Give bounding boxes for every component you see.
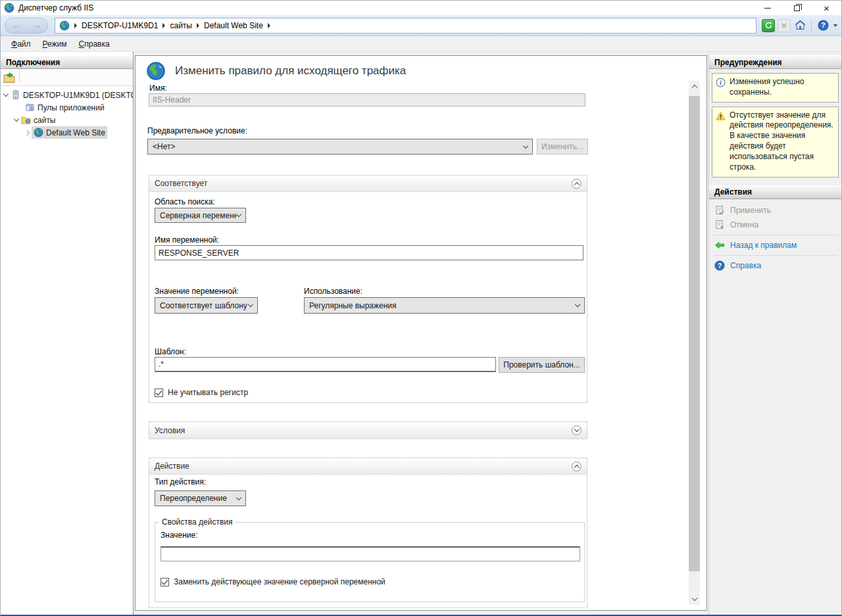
back-to-rules-action[interactable]: Назад к правилам [709, 238, 841, 252]
value-label: Значение: [161, 531, 198, 540]
forward-nav-button[interactable]: → [33, 20, 41, 30]
sites-folder-icon [21, 115, 31, 125]
collapse-section-button[interactable] [572, 179, 582, 189]
vertical-scrollbar[interactable] [689, 81, 700, 605]
action-section: Действие Тип действия: Переопределение С… [149, 458, 587, 608]
help-dropdown-icon[interactable] [833, 24, 837, 27]
selected-tree-item[interactable]: Default Web Site [32, 126, 107, 139]
close-button[interactable]: × [812, 1, 841, 15]
back-nav-button[interactable]: ← [12, 20, 20, 30]
actions-header: Действия [709, 185, 841, 199]
restore-icon [794, 5, 800, 11]
scrollbar-thumb[interactable] [689, 96, 700, 571]
tree-item-server[interactable]: DESKTOP-U1MK9D1 (DESKTOP [1, 89, 133, 101]
back-arrow-icon [714, 240, 725, 250]
name-input [149, 93, 585, 107]
tree-item-sites[interactable]: сайты [1, 114, 133, 126]
create-connection-icon[interactable] [3, 72, 15, 83]
variable-value-label: Значение переменной: [155, 287, 239, 296]
test-pattern-button[interactable]: Проверить шаблон... [499, 357, 585, 373]
cancel-label: Отмена [730, 220, 758, 229]
usage-label: Использование: [304, 287, 362, 296]
minimize-button[interactable] [753, 1, 782, 15]
address-bar: ← → DESKTOP-U1MK9D1 сайты Default Web Si… [1, 15, 841, 36]
scroll-down-button[interactable] [689, 594, 700, 605]
apply-label: Применить [730, 206, 771, 215]
chevron-up-icon [574, 181, 579, 187]
cancel-action: Отмена [709, 218, 841, 232]
help-button[interactable] [816, 19, 830, 32]
expander-open-icon[interactable] [14, 116, 19, 122]
actions-separator [713, 255, 837, 256]
action-section-header[interactable]: Действие [149, 458, 587, 475]
action-properties-label: Свойства действия [159, 517, 235, 527]
replace-value-checkbox[interactable] [161, 578, 169, 586]
back-to-rules-link[interactable]: Назад к правилам [730, 241, 797, 250]
home-button[interactable] [793, 19, 806, 32]
pattern-input[interactable] [155, 357, 496, 372]
tree-item-app-pools[interactable]: Пулы приложений [1, 101, 133, 114]
warnings-header: Предупреждения [709, 55, 841, 69]
match-section-header[interactable]: Соответствует [149, 176, 587, 192]
breadcrumb-server[interactable]: DESKTOP-U1MK9D1 [82, 21, 158, 30]
breadcrumb-separator-icon [162, 23, 165, 28]
help-action[interactable]: Справка [709, 258, 841, 273]
collapse-section-button[interactable] [572, 462, 582, 471]
ignore-case-checkbox[interactable] [155, 389, 163, 397]
toolbar-separator [811, 20, 812, 32]
menu-help[interactable]: Справка [74, 37, 115, 51]
menu-bar: Файл Режим Справка [1, 36, 841, 52]
breadcrumb-separator-icon [74, 23, 77, 28]
info-icon [716, 78, 726, 87]
chevron-down-icon [236, 212, 241, 217]
window-title: Диспетчер служб IIS [18, 3, 93, 12]
info-alert: Изменения успешно сохранены. [712, 73, 839, 103]
scope-label: Область поиска: [155, 197, 215, 206]
breadcrumb-sites[interactable]: сайты [170, 21, 192, 30]
stop-icon [780, 21, 789, 30]
menu-view[interactable]: Режим [37, 37, 72, 51]
precondition-select[interactable]: <Нет> [147, 139, 533, 154]
help-icon [818, 20, 829, 31]
expand-section-button[interactable] [572, 425, 582, 435]
action-type-select[interactable]: Переопределение [155, 490, 246, 506]
chevron-up-icon [574, 464, 579, 469]
variable-name-input[interactable] [155, 245, 583, 260]
expander-closed-icon[interactable] [24, 130, 30, 135]
site-globe-icon [34, 128, 43, 137]
usage-select[interactable]: Регулярные выражения [304, 297, 585, 314]
breadcrumb-default-web-site[interactable]: Default Web Site [204, 21, 263, 30]
tree-item-label: Default Web Site [46, 128, 105, 137]
menu-file[interactable]: Файл [6, 37, 36, 51]
scope-select[interactable]: Серверная переменн [155, 208, 246, 223]
chevron-down-icon [574, 427, 579, 432]
chevron-down-icon [691, 596, 697, 601]
restore-button[interactable] [782, 1, 812, 15]
tree-item-label: сайты [34, 116, 56, 125]
replace-value-row: Заменить действующее значение серверной … [161, 577, 385, 586]
close-icon: × [824, 3, 830, 13]
warning-alert: Отсутствует значение для действия переоп… [712, 107, 839, 178]
help-link[interactable]: Справка [730, 261, 761, 270]
chevron-down-icon [236, 494, 241, 500]
expander-open-icon[interactable] [3, 91, 9, 97]
conditions-section-header[interactable]: Условия [149, 422, 587, 438]
apply-icon [714, 205, 725, 216]
value-input[interactable] [161, 546, 580, 561]
warning-alert-text: Отсутствует значение для действия переоп… [730, 110, 835, 173]
chevron-down-icon [523, 143, 528, 148]
app-icon [4, 3, 14, 13]
action-properties-group: Свойства действия Значение: Заменить дей… [155, 522, 585, 602]
server-icon [11, 90, 20, 100]
home-icon [795, 20, 806, 31]
page-globe-icon [146, 61, 166, 81]
scroll-up-button[interactable] [689, 81, 700, 92]
cancel-icon [714, 220, 725, 230]
connections-header: Подключения [1, 55, 133, 69]
chevron-down-icon [248, 302, 253, 307]
connections-toolbar [1, 69, 133, 86]
stop-button [778, 19, 791, 32]
tree-item-default-web-site[interactable]: Default Web Site [1, 126, 133, 139]
refresh-button[interactable] [762, 19, 775, 32]
variable-value-select[interactable]: Соответствует шаблону [155, 297, 258, 314]
